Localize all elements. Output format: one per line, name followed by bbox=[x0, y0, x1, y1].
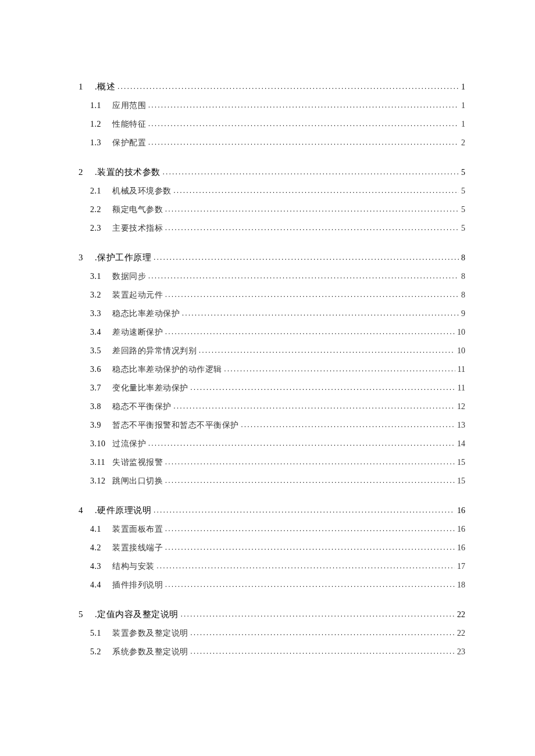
toc-entry-subsection: 4.1装置面板布置16 bbox=[90, 524, 465, 535]
toc-leader-dots bbox=[163, 458, 455, 467]
toc-title: 过流保护 bbox=[112, 439, 146, 449]
toc-leader-dots bbox=[179, 610, 455, 619]
toc-number: 3.5 bbox=[90, 346, 109, 356]
toc-leader-dots bbox=[151, 506, 455, 515]
toc-number: 3.3 bbox=[90, 309, 109, 318]
toc-page-number: 14 bbox=[455, 439, 465, 449]
toc-entry-subsection: 2.1机械及环境参数5 bbox=[90, 186, 465, 196]
toc-page-number: 16 bbox=[455, 543, 465, 553]
toc-leader-dots bbox=[146, 101, 459, 110]
toc-page-number: 11 bbox=[455, 365, 465, 374]
toc-entry-section: 5.定值内容及整定说明22 bbox=[79, 609, 465, 620]
toc-number: 5 bbox=[79, 610, 87, 619]
toc-leader-dots bbox=[172, 402, 455, 411]
toc-leader-dots bbox=[146, 120, 459, 128]
toc-title: 稳态比率差动保护 bbox=[112, 309, 180, 319]
toc-page-number: 5 bbox=[459, 224, 465, 233]
toc-entry-subsection: 4.4插件排列说明18 bbox=[90, 580, 465, 590]
toc-number: 1.2 bbox=[90, 120, 109, 129]
toc-leader-dots bbox=[172, 187, 459, 195]
toc-entry-section: 2.装置的技术参数5 bbox=[79, 167, 465, 178]
toc-page-number: 1 bbox=[459, 120, 465, 129]
toc-number: 2.3 bbox=[90, 224, 109, 233]
toc-title: 跳闸出口切换 bbox=[112, 476, 163, 486]
toc-page-number: 23 bbox=[455, 647, 465, 657]
toc-page-number: 5 bbox=[459, 168, 465, 177]
toc-entry-subsection: 3.11失谐监视报警15 bbox=[90, 457, 465, 468]
toc-page-number: 10 bbox=[455, 346, 465, 356]
toc-page-number: 16 bbox=[455, 506, 465, 515]
toc-title: 装置接线端子 bbox=[112, 543, 163, 553]
toc-number: 3.4 bbox=[90, 328, 109, 337]
toc-title: 性能特征 bbox=[112, 119, 146, 130]
toc-number: 3.7 bbox=[90, 384, 109, 393]
table-of-contents: 1.概述11.1应用范围11.2性能特征11.3保护配置22.装置的技术参数52… bbox=[79, 81, 465, 657]
toc-number: 5.1 bbox=[90, 629, 109, 638]
toc-title: 稳态不平衡保护 bbox=[112, 402, 172, 412]
toc-page-number: 22 bbox=[455, 610, 465, 619]
toc-leader-dots bbox=[146, 138, 459, 147]
toc-entry-subsection: 4.3结构与安装17 bbox=[90, 561, 465, 572]
toc-page-number: 10 bbox=[455, 328, 465, 337]
toc-number: 3.1 bbox=[90, 272, 109, 281]
toc-title: 系统参数及整定说明 bbox=[112, 647, 188, 657]
toc-entry-subsection: 3.8稳态不平衡保护12 bbox=[90, 402, 465, 412]
toc-number: 5.2 bbox=[90, 647, 109, 657]
toc-leader-dots bbox=[151, 253, 459, 262]
toc-number: 2.1 bbox=[90, 187, 109, 196]
toc-title: 保护配置 bbox=[112, 138, 146, 148]
toc-number: 3.9 bbox=[90, 421, 109, 430]
toc-title: 机械及环境参数 bbox=[112, 186, 172, 196]
toc-title: 失谐监视报警 bbox=[112, 457, 163, 468]
toc-leader-dots bbox=[155, 562, 455, 571]
toc-entry-subsection: 3.4差动速断保护10 bbox=[90, 327, 465, 338]
toc-entry-subsection: 3.1数据同步8 bbox=[90, 271, 465, 282]
toc-number: 2 bbox=[79, 167, 87, 177]
toc-number: 4.2 bbox=[90, 543, 109, 553]
toc-title: 结构与安装 bbox=[112, 561, 155, 572]
toc-number: 1 bbox=[79, 82, 87, 92]
toc-page-number: 5 bbox=[459, 187, 465, 196]
toc-number: 3.2 bbox=[90, 291, 109, 300]
toc-title: 主要技术指标 bbox=[112, 223, 163, 234]
toc-number: 4 bbox=[79, 506, 87, 515]
toc-number: 3.6 bbox=[90, 365, 109, 374]
toc-page-number: 8 bbox=[459, 272, 465, 281]
toc-number: 4.3 bbox=[90, 562, 109, 571]
toc-entry-subsection: 3.12跳闸出口切换15 bbox=[90, 476, 465, 486]
toc-title: .装置的技术参数 bbox=[95, 167, 160, 178]
toc-page-number: 15 bbox=[455, 476, 465, 486]
toc-leader-dots bbox=[188, 629, 455, 637]
toc-page-number: 16 bbox=[455, 525, 465, 534]
toc-number: 3.8 bbox=[90, 402, 109, 411]
toc-number: 3.10 bbox=[90, 439, 109, 449]
toc-page-number: 5 bbox=[459, 205, 465, 214]
toc-leader-dots bbox=[163, 224, 459, 232]
toc-page-number: 8 bbox=[459, 291, 465, 300]
toc-page-number: 13 bbox=[455, 421, 465, 430]
toc-title: 装置起动元件 bbox=[112, 290, 163, 300]
toc-entry-subsection: 5.1装置参数及整定说明22 bbox=[90, 628, 465, 639]
toc-leader-dots bbox=[163, 205, 459, 214]
toc-leader-dots bbox=[188, 647, 455, 656]
toc-number: 2.2 bbox=[90, 205, 109, 214]
toc-title: 变化量比率差动保护 bbox=[112, 383, 188, 393]
toc-entry-subsection: 5.2系统参数及整定说明23 bbox=[90, 647, 465, 657]
toc-entry-subsection: 3.10过流保护14 bbox=[90, 439, 465, 449]
toc-title: .定值内容及整定说明 bbox=[95, 609, 179, 620]
toc-entry-subsection: 1.2性能特征1 bbox=[90, 119, 465, 130]
toc-leader-dots bbox=[222, 365, 455, 374]
toc-title: 数据同步 bbox=[112, 271, 146, 282]
toc-page-number: 22 bbox=[455, 629, 465, 638]
toc-number: 4.4 bbox=[90, 581, 109, 590]
toc-title: 装置参数及整定说明 bbox=[112, 628, 188, 639]
toc-title: 装置面板布置 bbox=[112, 524, 163, 535]
toc-page-number: 11 bbox=[455, 384, 465, 393]
toc-number: 3.11 bbox=[90, 458, 109, 467]
toc-number: 3.12 bbox=[90, 476, 109, 486]
toc-title: 差动速断保护 bbox=[112, 327, 163, 338]
toc-title: 应用范围 bbox=[112, 101, 146, 111]
toc-page-number: 17 bbox=[455, 562, 465, 571]
toc-title: 稳态比率差动保护的动作逻辑 bbox=[112, 364, 222, 375]
toc-leader-dots bbox=[239, 421, 455, 429]
